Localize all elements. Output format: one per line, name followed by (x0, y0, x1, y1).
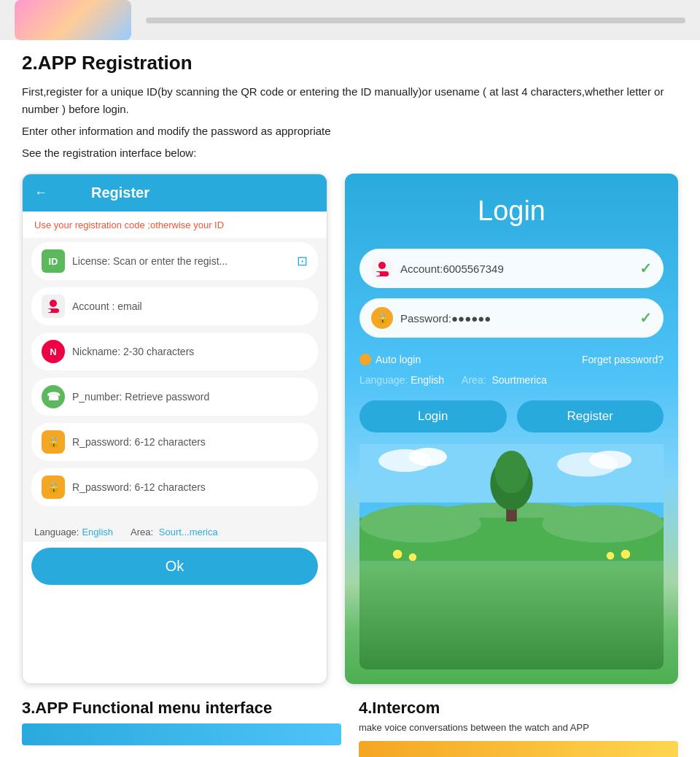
section4-title: 4.Intercom (359, 699, 678, 718)
svg-point-10 (589, 451, 631, 469)
license-text: License: Scan or enter the regist... (72, 255, 228, 267)
register-language-value[interactable]: English (82, 527, 113, 537)
login-password-field[interactable]: 🔒 Password: ●●●●●● ✓ (359, 298, 664, 338)
forget-password-link[interactable]: Forget password? (582, 354, 664, 365)
auto-login-label[interactable]: Auto login (376, 354, 421, 365)
svg-point-20 (409, 554, 416, 561)
svg-rect-2 (46, 309, 51, 312)
account-field[interactable]: Account : email (31, 287, 318, 325)
phone-text: P_number: Retrieve password (72, 391, 209, 403)
svg-rect-5 (374, 272, 380, 276)
section4-preview (359, 741, 678, 758)
section3-block: 3.APP Functional menu interface (22, 699, 341, 757)
login-area-section: Area: Sourtmerica (462, 374, 547, 386)
nickname-text: Nickname: 2-30 characters (72, 346, 194, 357)
ok-button[interactable]: Ok (31, 548, 318, 585)
section4-desc: make voice conversations between the wat… (359, 721, 678, 735)
login-area-label: Area: (462, 374, 486, 386)
svg-point-8 (409, 448, 447, 466)
login-buttons: Login Register (359, 400, 664, 432)
password2-icon: 🔒 (42, 475, 65, 499)
section3-preview (22, 723, 341, 745)
login-language-row: Language: English Area: Sourtmerica (359, 374, 664, 386)
register-footer: Language: English Area: Sourt...merica (23, 521, 327, 542)
login-account-icon (371, 257, 393, 279)
section4-block: 4.Intercom make voice conversations betw… (359, 699, 678, 757)
section2-title: 2.APP Registration (22, 52, 678, 74)
login-account-value: 6005567349 (443, 263, 503, 275)
rpassword1-text: R_password: 6-12 characters (72, 436, 206, 448)
svg-point-15 (542, 505, 664, 543)
login-account-label: Account: (400, 263, 443, 275)
phone-icon: ☎ (42, 385, 65, 408)
rpassword2-text: R_password: 6-12 characters (72, 481, 206, 493)
register-header: ← Register (23, 174, 327, 211)
login-options: Auto login Forget password? (359, 354, 664, 365)
banner-image (15, 0, 131, 40)
svg-point-21 (621, 550, 631, 559)
login-button[interactable]: Login (359, 400, 507, 432)
register-area-label: Area: (131, 527, 153, 537)
auto-login-dot (359, 354, 371, 365)
svg-point-18 (495, 451, 529, 493)
register-language-label: Language: (34, 527, 79, 537)
register-area-section: Area: Sourt...merica (131, 527, 218, 537)
top-banner (0, 0, 700, 40)
back-arrow-icon[interactable]: ← (34, 185, 47, 201)
register-area-value[interactable]: Sourt...merica (159, 527, 218, 537)
login-area-value[interactable]: Sourtmerica (491, 374, 546, 386)
login-language-label: Language: (359, 374, 408, 386)
section2-desc3: See the registration interface below: (22, 144, 678, 162)
scan-icon[interactable]: ⊡ (297, 253, 308, 269)
login-password-label: Password: (400, 312, 451, 325)
register-title: Register (91, 185, 149, 201)
login-account-field[interactable]: Account: 6005567349 ✓ (359, 249, 664, 288)
license-field[interactable]: ID License: Scan or enter the regist... … (31, 242, 318, 280)
svg-point-3 (378, 262, 386, 269)
section2-desc2: Enter other information and modify the p… (22, 123, 678, 140)
login-password-icon: 🔒 (371, 307, 393, 329)
landscape-background (359, 444, 664, 669)
svg-point-14 (359, 505, 481, 543)
login-account-check: ✓ (639, 260, 652, 277)
login-screen: Login Account: 6005567349 ✓ 🔒 Password: (345, 174, 678, 684)
register-warning: Use your registration code ;otherwise yo… (23, 211, 327, 238)
phone-field[interactable]: ☎ P_number: Retrieve password (31, 378, 318, 416)
bottom-sections: 3.APP Functional menu interface 4.Interc… (22, 699, 678, 757)
section2-desc1: First,register for a unique ID(by scanni… (22, 83, 678, 118)
screenshots-row: ← Register Use your registration code ;o… (22, 174, 678, 684)
account-icon (42, 295, 65, 318)
banner-bar (146, 18, 685, 23)
login-password-value: ●●●●●● (451, 312, 491, 325)
rpassword2-field[interactable]: 🔒 R_password: 6-12 characters (31, 468, 318, 506)
svg-point-0 (50, 300, 57, 307)
password1-icon: 🔒 (42, 430, 65, 454)
section3-title: 3.APP Functional menu interface (22, 699, 341, 718)
account-text: Account : email (72, 300, 142, 312)
register-button[interactable]: Register (517, 400, 664, 432)
svg-point-22 (607, 552, 614, 559)
register-screen: ← Register Use your registration code ;o… (22, 174, 327, 684)
rpassword1-field[interactable]: 🔒 R_password: 6-12 characters (31, 423, 318, 461)
svg-point-19 (393, 550, 402, 559)
id-icon: ID (42, 249, 65, 273)
login-title: Login (478, 195, 545, 227)
nickname-icon: N (42, 340, 65, 363)
login-password-check: ✓ (639, 309, 652, 327)
nickname-field[interactable]: N Nickname: 2-30 characters (31, 333, 318, 370)
main-content: 2.APP Registration First,register for a … (0, 40, 700, 757)
register-fields: ID License: Scan or enter the regist... … (23, 238, 327, 521)
login-language-value[interactable]: English (411, 374, 444, 386)
